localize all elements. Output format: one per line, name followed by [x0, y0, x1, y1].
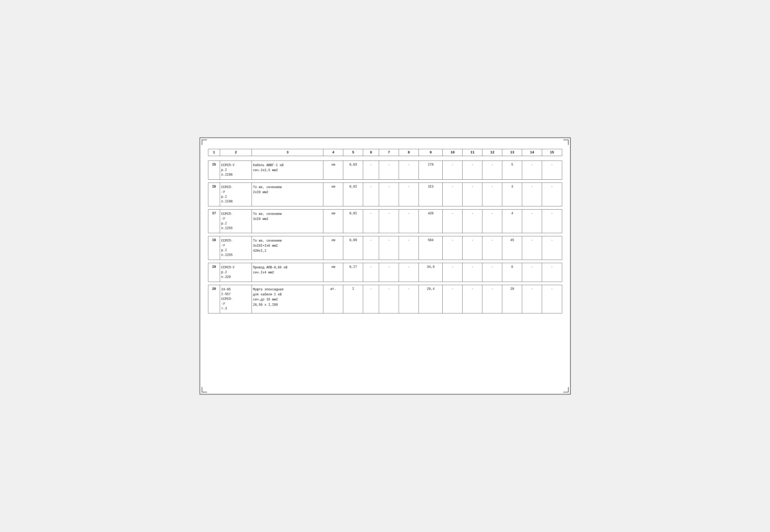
- cell-row2-col4: км: [323, 210, 343, 233]
- cell-row2-col10: -: [443, 210, 463, 233]
- cell-row5-col4: шт.: [323, 285, 343, 313]
- cell-row3-col13: 45: [502, 236, 522, 260]
- cell-row5-col14: -: [522, 285, 542, 313]
- cell-row5-col1: 20: [208, 285, 220, 313]
- cell-row3-col4: км: [323, 236, 343, 260]
- col-header-3: 3: [252, 149, 323, 156]
- doc-number: [208, 143, 216, 147]
- main-table: 1 2 3 4 5 6 7 8 9 10 11 12 13 14 15: [208, 149, 562, 317]
- cell-row3-col15: -: [542, 236, 562, 260]
- cell-row2-col9: 420: [419, 210, 443, 233]
- cell-row5-col9: 29,4: [419, 285, 443, 313]
- cell-row4-col14: -: [522, 263, 542, 282]
- cell-row1-col9: 3I3: [419, 183, 443, 206]
- cell-row2-col6: -: [363, 210, 379, 233]
- cell-row5-col3: Муфта эпоксиднаядля кабеля I кВсеч.до I6…: [252, 285, 323, 313]
- cell-row5-col7: -: [379, 285, 399, 313]
- cell-row4-col3: Провод АПВ-0,66 кВсеч.Ix4 мм2: [252, 263, 323, 282]
- cell-row3-col2: ССРСП--Ур.Iп.I255: [220, 236, 252, 260]
- cell-row5-col8: -: [399, 285, 419, 313]
- col-header-12: 12: [483, 149, 502, 156]
- cell-row3-col8: -: [399, 236, 419, 260]
- cell-row0-col3: Кабель АВВГ-I кВсеч.2x2,5 мм2: [252, 161, 323, 180]
- cell-row3-col10: -: [443, 236, 463, 260]
- corner-bl: [202, 387, 207, 392]
- cell-row0-col14: -: [522, 161, 542, 180]
- cell-row2-col2: ССРСП--Ур.Iп.I255: [220, 210, 252, 233]
- cell-row1-col5: 0,0I: [343, 183, 363, 206]
- cell-row1-col14: -: [522, 183, 542, 206]
- col-header-5: 5: [343, 149, 363, 156]
- cell-row1-col6: -: [363, 183, 379, 206]
- cell-row2-col5: 0,0I: [343, 210, 363, 233]
- table-row: I7ССРСП--Ур.Iп.I255То же, сечением3xI0 м…: [208, 210, 562, 233]
- col-header-11: 11: [463, 149, 483, 156]
- cell-row1-col11: -: [463, 183, 483, 206]
- table-row: I6ССРСП--Ур.Iп.II98То же, сечением2xI0 м…: [208, 183, 562, 206]
- cell-row3-col11: -: [463, 236, 483, 260]
- cell-row2-col1: I7: [208, 210, 220, 233]
- cell-row4-col1: I9: [208, 263, 220, 282]
- table-row: I5ССРСП-Ур.Iп.II96Кабель АВВГ-I кВсеч.2x…: [208, 161, 562, 180]
- cell-row3-col7: -: [379, 236, 399, 260]
- col-header-15: 15: [542, 149, 562, 156]
- corner-br: [563, 387, 569, 392]
- cell-row0-col13: 5: [502, 161, 522, 180]
- table-row: I8ССРСП--Ур.Iп.I255То же, сечением3xI0I+…: [208, 236, 562, 260]
- cell-row3-col9: 504: [419, 236, 443, 260]
- cell-row4-col13: 6: [502, 263, 522, 282]
- cell-row2-col12: -: [483, 210, 502, 233]
- table-row: I9ССРСП-Ур.2п.229Провод АПВ-0,66 кВсеч.I…: [208, 263, 562, 282]
- cell-row4-col12: -: [483, 263, 502, 282]
- cell-row3-col6: -: [363, 236, 379, 260]
- cell-row4-col15: -: [542, 263, 562, 282]
- cell-row4-col10: -: [443, 263, 463, 282]
- cell-row1-col10: -: [443, 183, 463, 206]
- cell-row0-col11: -: [463, 161, 483, 180]
- cell-row0-col2: ССРСП-Ур.Iп.II96: [220, 161, 252, 180]
- cell-row0-col4: км: [323, 161, 343, 180]
- cell-row1-col1: I6: [208, 183, 220, 206]
- col-header-9: 9: [419, 149, 443, 156]
- table-row: 2024-05I-557ССРСП--Ут.3Муфта эпоксиднаяд…: [208, 285, 562, 313]
- cell-row0-col9: I79: [419, 161, 443, 180]
- cell-row1-col13: 3: [502, 183, 522, 206]
- cell-row3-col14: -: [522, 236, 542, 260]
- col-header-1: 1: [208, 149, 220, 156]
- cell-row5-col5: I: [343, 285, 363, 313]
- col-header-6: 6: [363, 149, 379, 156]
- cell-row1-col15: -: [542, 183, 562, 206]
- col-header-10: 10: [443, 149, 463, 156]
- cell-row5-col13: 29: [502, 285, 522, 313]
- col-header-13: 13: [502, 149, 522, 156]
- cell-row1-col4: км: [323, 183, 343, 206]
- col-header-4: 4: [323, 149, 343, 156]
- cell-row5-col12: -: [483, 285, 502, 313]
- cell-row1-col12: -: [483, 183, 502, 206]
- cell-row3-col5: 0,09: [343, 236, 363, 260]
- cell-row3-col12: -: [483, 236, 502, 260]
- cell-row4-col8: -: [399, 263, 419, 282]
- cell-row3-col3: То же, сечением3xI0I+Ix6 мм2420xI,2: [252, 236, 323, 260]
- cell-row5-col10: -: [443, 285, 463, 313]
- cell-row1-col3: То же, сечением2xI0 мм2: [252, 183, 323, 206]
- cell-row0-col6: -: [363, 161, 379, 180]
- table-header-row: 1 2 3 4 5 6 7 8 9 10 11 12 13 14 15: [208, 149, 562, 156]
- cell-row3-col1: I8: [208, 236, 220, 260]
- cell-row0-col1: I5: [208, 161, 220, 180]
- cell-row0-col7: -: [379, 161, 399, 180]
- cell-row4-col4: км: [323, 263, 343, 282]
- cell-row4-col9: 34,9: [419, 263, 443, 282]
- document-page: 1 2 3 4 5 6 7 8 9 10 11 12 13 14 15: [200, 138, 571, 394]
- cell-row2-col3: То же, сечением3xI0 мм2: [252, 210, 323, 233]
- cell-row5-col11: -: [463, 285, 483, 313]
- cell-row4-col2: ССРСП-Ур.2п.229: [220, 263, 252, 282]
- cell-row0-col15: -: [542, 161, 562, 180]
- cell-row0-col5: 0,03: [343, 161, 363, 180]
- col-header-8: 8: [399, 149, 419, 156]
- cell-row5-col15: -: [542, 285, 562, 313]
- cell-row0-col12: -: [483, 161, 502, 180]
- cell-row2-col11: -: [463, 210, 483, 233]
- cell-row2-col8: -: [399, 210, 419, 233]
- cell-row2-col13: 4: [502, 210, 522, 233]
